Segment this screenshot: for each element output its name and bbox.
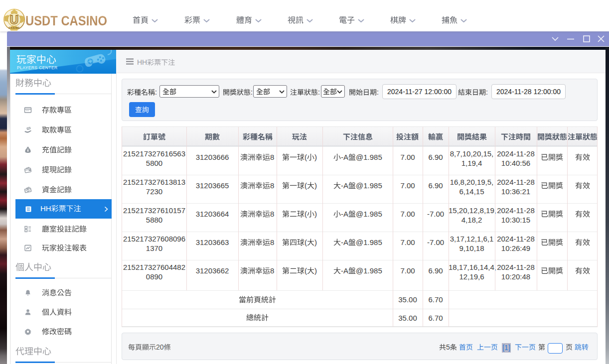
- svg-text:@1.985: @1.985: [356, 182, 382, 190]
- svg-text:@1.985: @1.985: [356, 239, 382, 246]
- svg-text::: :: [318, 89, 320, 96]
- svg-text::: :: [155, 89, 157, 96]
- svg-text:@1.985: @1.985: [356, 210, 382, 218]
- svg-text:@1.985: @1.985: [356, 153, 382, 161]
- svg-text:20: 20: [156, 344, 164, 351]
- svg-text:8: 8: [270, 153, 274, 161]
- svg-text::: :: [377, 89, 379, 96]
- svg-text:): ): [314, 210, 317, 218]
- svg-text:(: (: [304, 267, 307, 275]
- svg-text:@1.985: @1.985: [356, 267, 382, 275]
- svg-text:): ): [314, 267, 317, 275]
- svg-text:): ): [314, 153, 317, 161]
- svg-text:8: 8: [270, 210, 274, 218]
- svg-text:U: U: [10, 13, 18, 26]
- svg-text:): ): [314, 182, 317, 190]
- svg-text:HH: HH: [137, 59, 147, 66]
- svg-text:-A: -A: [341, 210, 348, 218]
- svg-text:-A: -A: [341, 153, 348, 161]
- svg-text:-A: -A: [341, 182, 348, 190]
- svg-text:-A: -A: [341, 267, 348, 275]
- svg-text:8: 8: [270, 239, 274, 246]
- svg-text::: :: [251, 89, 253, 96]
- svg-text:CASINO: CASINO: [8, 26, 19, 29]
- svg-text:): ): [314, 239, 317, 246]
- svg-text:HH: HH: [40, 205, 51, 213]
- svg-text:(: (: [304, 210, 307, 218]
- svg-text:(: (: [304, 153, 307, 161]
- svg-text:5: 5: [446, 344, 450, 351]
- svg-text:8: 8: [270, 267, 274, 275]
- svg-text:-A: -A: [341, 239, 348, 246]
- svg-text:(: (: [304, 239, 307, 246]
- svg-text::: :: [486, 89, 488, 96]
- svg-text:8: 8: [270, 182, 274, 190]
- svg-text:(: (: [304, 182, 307, 190]
